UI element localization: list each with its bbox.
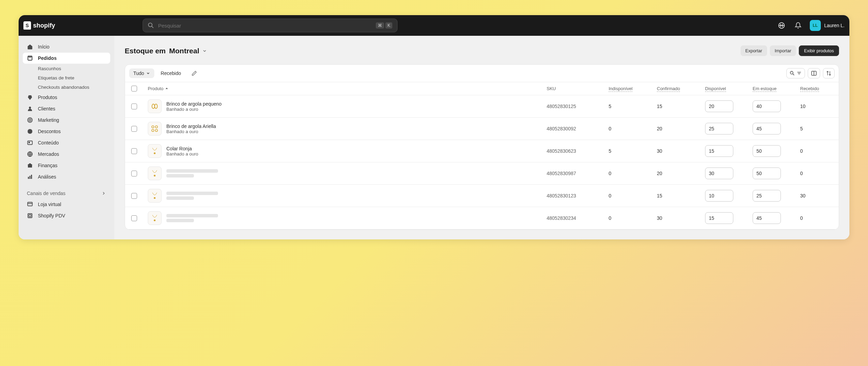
- topbar: S shopify ⌘ K LL Lauren L.: [19, 15, 849, 36]
- columns-button[interactable]: [808, 68, 820, 78]
- sort-button[interactable]: [823, 68, 835, 78]
- sidebar-channel-pos[interactable]: Shopify PDV: [23, 210, 110, 221]
- finances-icon: [27, 162, 33, 169]
- row-checkbox[interactable]: [131, 126, 137, 132]
- analytics-icon: [27, 174, 33, 180]
- body-area: Início Pedidos Rascunhos Etiquetas de fr…: [19, 36, 849, 239]
- export-button[interactable]: Exportar: [741, 45, 767, 56]
- col-header-onhand[interactable]: Em estoque: [753, 86, 800, 91]
- svg-point-31: [154, 197, 155, 199]
- view-products-button[interactable]: Exibir produtos: [799, 45, 839, 56]
- product-thumb[interactable]: [148, 211, 162, 225]
- row-checkbox[interactable]: [131, 171, 137, 176]
- sidebar-item-discounts[interactable]: Descontos: [23, 126, 110, 137]
- product-thumb[interactable]: [148, 189, 162, 203]
- chevron-right-icon[interactable]: [101, 191, 106, 196]
- onhand-input[interactable]: [753, 100, 781, 112]
- onhand-input[interactable]: [753, 145, 781, 157]
- tab-received[interactable]: Recebido: [156, 68, 185, 78]
- received-cell: 0: [800, 148, 833, 154]
- sidebar-item-marketing[interactable]: Marketing: [23, 115, 110, 126]
- product-thumb[interactable]: [148, 166, 162, 180]
- col-header-committed[interactable]: Confirmado: [657, 86, 705, 91]
- sort-up-icon: [165, 87, 168, 90]
- chevron-down-icon: [202, 49, 207, 53]
- col-header-product[interactable]: Produto: [148, 86, 547, 91]
- user-menu[interactable]: LL Lauren L.: [810, 20, 845, 31]
- svg-point-30: [154, 175, 155, 176]
- committed-cell: 15: [657, 193, 705, 198]
- sidebar-item-customers[interactable]: Clientes: [23, 103, 110, 114]
- col-header-sku[interactable]: SKU: [547, 86, 609, 91]
- col-header-received[interactable]: Recebido: [800, 86, 833, 91]
- sidebar-sub-labels[interactable]: Etiquetas de frete: [23, 73, 110, 83]
- sidebar-item-label: Conteúdo: [38, 140, 59, 146]
- table-row: 480528309870200: [125, 162, 839, 185]
- product-thumb[interactable]: [148, 144, 162, 158]
- sidebar-item-label: Marketing: [38, 117, 59, 123]
- tab-all[interactable]: Tudo: [129, 68, 154, 78]
- onhand-input[interactable]: [753, 123, 781, 134]
- received-cell: 0: [800, 215, 833, 221]
- onhand-input[interactable]: [753, 168, 781, 179]
- sidebar-item-markets[interactable]: Mercados: [23, 149, 110, 160]
- sidebar-sub-drafts[interactable]: Rascunhos: [23, 64, 110, 73]
- available-input[interactable]: [705, 145, 733, 157]
- content-icon: [27, 140, 33, 146]
- row-checkbox[interactable]: [131, 193, 137, 199]
- search-bar[interactable]: ⌘ K: [143, 19, 397, 32]
- svg-point-27: [152, 129, 154, 132]
- available-input[interactable]: [705, 100, 733, 112]
- tabs-left: Tudo Recebido: [129, 68, 201, 78]
- product-name[interactable]: Brinco de argola pequeno: [166, 101, 221, 107]
- markets-icon: [27, 151, 33, 157]
- svg-line-17: [793, 74, 794, 75]
- col-header-unavailable[interactable]: Indisponível: [609, 86, 657, 91]
- sidebar-item-finances[interactable]: Finanças: [23, 160, 110, 171]
- table-row: Colar RonjaBanhado a ouro480528306235300: [125, 140, 839, 162]
- sidebar-item-label: Loja virtual: [38, 202, 61, 207]
- search-container: ⌘ K: [143, 19, 397, 32]
- search-filter-button[interactable]: [786, 68, 805, 78]
- sidebar-item-orders[interactable]: Pedidos: [23, 53, 110, 64]
- sidebar-channel-onlinestore[interactable]: Loja virtual: [23, 199, 110, 210]
- product-thumb[interactable]: [148, 122, 162, 136]
- notifications-icon[interactable]: [793, 21, 803, 30]
- available-input[interactable]: [705, 212, 733, 224]
- svg-point-29: [154, 152, 155, 154]
- available-input[interactable]: [705, 168, 733, 179]
- home-icon: [27, 44, 33, 50]
- onhand-input[interactable]: [753, 212, 781, 224]
- committed-cell: 15: [657, 104, 705, 109]
- unavailable-cell: 0: [609, 171, 657, 176]
- location-selector[interactable]: Montreal: [169, 47, 207, 55]
- sidebar-sub-abandoned[interactable]: Checkouts abandonados: [23, 83, 110, 92]
- table-row: 480528302340300: [125, 207, 839, 229]
- import-button[interactable]: Importar: [770, 45, 796, 56]
- received-cell: 30: [800, 193, 833, 198]
- select-all-checkbox[interactable]: [131, 86, 137, 92]
- product-thumb[interactable]: [148, 99, 162, 113]
- col-header-available[interactable]: Disponível: [705, 86, 753, 91]
- sidebar-item-analytics[interactable]: Análises: [23, 171, 110, 182]
- committed-cell: 30: [657, 215, 705, 221]
- product-name[interactable]: Brinco de argola Ariella: [166, 123, 216, 129]
- brand-logo[interactable]: S shopify: [23, 21, 118, 30]
- sidebar-item-content[interactable]: Conteúdo: [23, 137, 110, 148]
- row-checkbox[interactable]: [131, 215, 137, 221]
- sidebar-item-products[interactable]: Produtos: [23, 92, 110, 103]
- theme-icon[interactable]: [777, 21, 786, 30]
- edit-tabs-button[interactable]: [187, 68, 201, 78]
- available-input[interactable]: [705, 190, 733, 202]
- table-row: Brinco de argola pequenoBanhado a ouro48…: [125, 95, 839, 118]
- sidebar-item-home[interactable]: Início: [23, 41, 110, 52]
- row-checkbox[interactable]: [131, 104, 137, 109]
- tabs-right: [786, 68, 835, 78]
- product-name[interactable]: Colar Ronja: [166, 146, 198, 151]
- search-input[interactable]: [158, 23, 372, 29]
- onhand-input[interactable]: [753, 190, 781, 202]
- orders-icon: [27, 55, 33, 61]
- available-input[interactable]: [705, 123, 733, 134]
- row-checkbox[interactable]: [131, 148, 137, 154]
- card-tabs: Tudo Recebido: [125, 65, 839, 82]
